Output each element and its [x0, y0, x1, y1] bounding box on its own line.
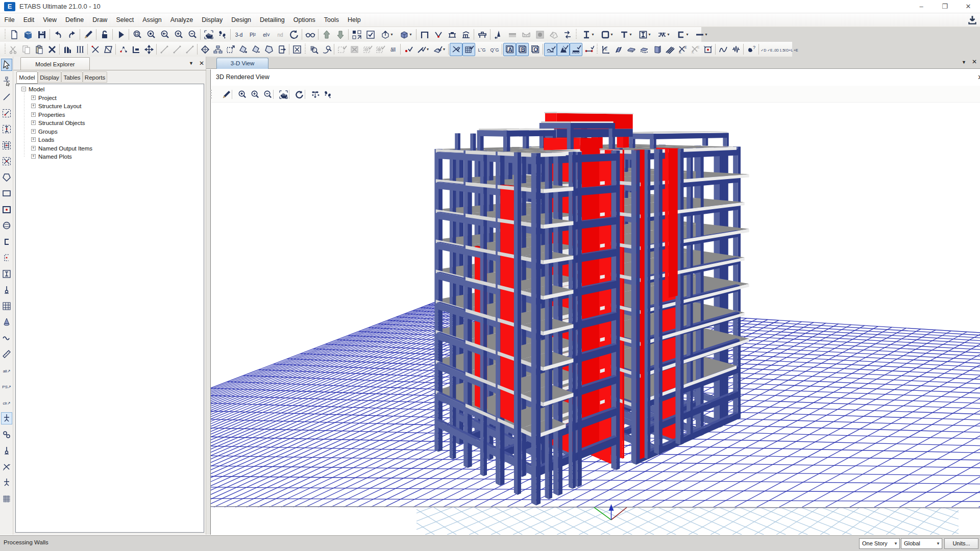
svg-text:ǎll: ǎll — [390, 47, 395, 53]
svg-text:E: E — [684, 45, 687, 49]
svg-text:nd: nd — [277, 32, 283, 38]
svg-text:E: E — [605, 47, 607, 51]
svg-text:QˇG: QˇG — [490, 47, 499, 53]
svg-text:E: E — [697, 45, 700, 49]
svg-text:O: O — [533, 46, 537, 53]
svg-text:el˅: el˅ — [263, 32, 270, 38]
svg-text:PS↗: PS↗ — [2, 385, 11, 389]
svg-text:Pl²: Pl² — [249, 32, 256, 38]
svg-text:✓D ✓E: ✓D ✓E — [761, 48, 772, 52]
svg-text:3-d: 3-d — [235, 32, 242, 38]
svg-text:B: B — [521, 46, 525, 53]
svg-text:1.0D 1.5E: 1.0D 1.5E — [773, 48, 786, 52]
svg-text:K: K — [692, 51, 694, 54]
svg-text:all↗: all↗ — [3, 369, 11, 373]
svg-text:LˇG: LˇG — [478, 47, 485, 53]
svg-text:A: A — [508, 46, 512, 53]
svg-text:?: ? — [753, 45, 755, 50]
svg-text:clr↗: clr↗ — [3, 401, 10, 406]
svg-text:D+L +E: D+L +E — [786, 48, 798, 52]
svg-text:K: K — [679, 51, 681, 54]
